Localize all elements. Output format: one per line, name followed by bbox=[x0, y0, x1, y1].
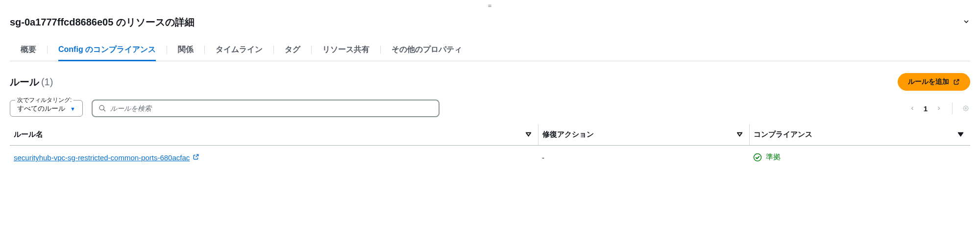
col-remediation[interactable]: 修復アクション bbox=[538, 124, 749, 146]
rule-name-text: securityhub-vpc-sg-restricted-common-por… bbox=[14, 153, 190, 162]
chevron-left-icon bbox=[909, 105, 915, 111]
rules-title: ルール bbox=[10, 75, 39, 89]
tabs: 概要 Config のコンプライアンス 関係 タイムライン タグ リソース共有 … bbox=[10, 39, 970, 61]
col-remediation-label: 修復アクション bbox=[542, 130, 594, 138]
svg-point-6 bbox=[754, 153, 761, 161]
tab-separator bbox=[311, 46, 312, 54]
filter-dropdown[interactable]: 次でフィルタリング: すべてのルール ▼ bbox=[10, 100, 83, 117]
tab-resource-sharing[interactable]: リソース共有 bbox=[322, 39, 369, 61]
search-box[interactable] bbox=[92, 100, 440, 117]
svg-marker-5 bbox=[958, 133, 963, 136]
pager-next[interactable] bbox=[934, 104, 943, 113]
sort-icon bbox=[526, 130, 531, 138]
rules-table: ルール名 修復アクション コンプライアンス securityhub-vpc-sg… bbox=[10, 124, 970, 170]
tab-overview[interactable]: 概要 bbox=[21, 39, 36, 61]
filter-value: すべてのルール bbox=[17, 104, 70, 113]
svg-point-0 bbox=[99, 105, 104, 110]
chevron-down-icon bbox=[962, 18, 970, 25]
chevron-right-icon bbox=[936, 105, 942, 111]
gear-icon bbox=[963, 105, 969, 111]
col-compliance[interactable]: コンプライアンス bbox=[749, 124, 970, 146]
tab-other-properties[interactable]: その他のプロパティ bbox=[392, 39, 462, 61]
tab-timeline[interactable]: タイムライン bbox=[216, 39, 263, 61]
tab-separator bbox=[167, 46, 167, 54]
external-link-icon bbox=[193, 153, 199, 162]
filter-row: 次でフィルタリング: すべてのルール ▼ 1 bbox=[10, 100, 970, 117]
filter-legend: 次でフィルタリング: bbox=[15, 96, 74, 104]
svg-line-1 bbox=[103, 109, 105, 111]
settings-button[interactable] bbox=[961, 104, 970, 113]
check-circle-icon bbox=[753, 153, 762, 162]
svg-point-2 bbox=[965, 108, 967, 109]
table-row[interactable]: securityhub-vpc-sg-restricted-common-por… bbox=[10, 146, 970, 170]
svg-marker-3 bbox=[526, 133, 530, 136]
col-compliance-label: コンプライアンス bbox=[754, 130, 812, 138]
sort-icon bbox=[737, 130, 742, 138]
col-rule-name-label: ルール名 bbox=[14, 130, 43, 138]
rule-link[interactable]: securityhub-vpc-sg-restricted-common-por… bbox=[14, 153, 199, 162]
tab-config-compliance[interactable]: Config のコンプライアンス bbox=[58, 39, 156, 61]
tab-separator bbox=[273, 46, 274, 54]
remediation-cell: - bbox=[538, 146, 749, 170]
external-link-icon bbox=[953, 78, 960, 85]
collapse-toggle[interactable] bbox=[958, 18, 970, 27]
add-rule-button[interactable]: ルールを追加 bbox=[898, 73, 970, 91]
caret-down-icon: ▼ bbox=[70, 106, 75, 112]
col-rule-name[interactable]: ルール名 bbox=[10, 124, 538, 146]
svg-marker-4 bbox=[737, 133, 742, 136]
pager-current: 1 bbox=[924, 104, 928, 113]
tab-relationships[interactable]: 関係 bbox=[178, 39, 194, 61]
tab-separator bbox=[204, 46, 205, 54]
page-title: sg-0a1777ffcd8686e05 のリソースの詳細 bbox=[10, 16, 958, 29]
tab-tags[interactable]: タグ bbox=[285, 39, 300, 61]
tab-separator bbox=[380, 46, 381, 54]
details-header: sg-0a1777ffcd8686e05 のリソースの詳細 bbox=[10, 14, 970, 36]
add-rule-label: ルールを追加 bbox=[908, 77, 949, 86]
rules-header: ルール (1) ルールを追加 bbox=[10, 73, 970, 91]
drag-handle[interactable]: = bbox=[10, 4, 970, 11]
search-input[interactable] bbox=[110, 104, 433, 112]
pager: 1 bbox=[908, 102, 970, 114]
rules-count: (1) bbox=[41, 76, 53, 88]
compliance-status: 準拠 bbox=[753, 152, 781, 162]
compliance-text: 準拠 bbox=[766, 152, 781, 162]
tab-separator bbox=[47, 46, 48, 54]
search-icon bbox=[98, 104, 106, 112]
pager-prev[interactable] bbox=[908, 104, 917, 113]
separator bbox=[952, 102, 953, 114]
sort-icon-active bbox=[958, 130, 963, 138]
